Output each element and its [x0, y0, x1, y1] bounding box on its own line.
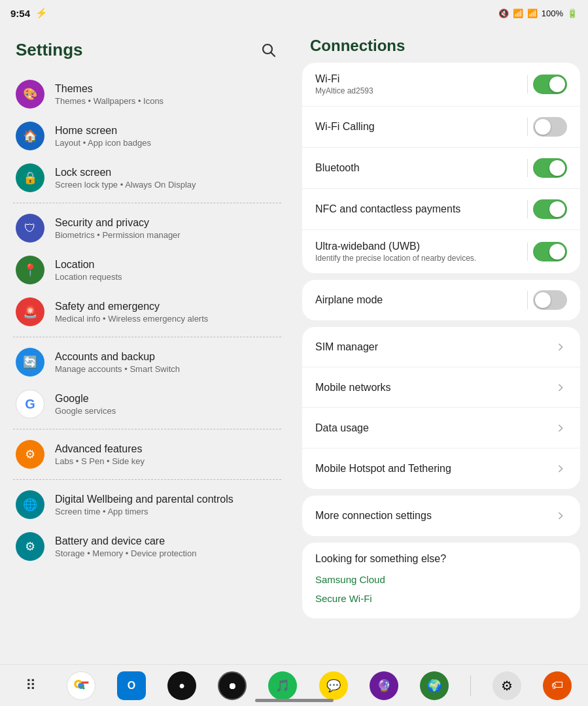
yellow-app-icon[interactable]: 💬 [319, 671, 348, 700]
lock-screen-icon: 🔒 [16, 163, 44, 192]
location-icon: 📍 [16, 256, 44, 284]
hotspot-chevron-icon [554, 462, 567, 475]
wifi-calling-item[interactable]: Wi-Fi Calling [302, 107, 580, 148]
main-layout: Settings 🎨 Themes Themes • Wallpapers • … [0, 26, 588, 664]
uwb-item[interactable]: Ultra-wideband (UWB) Identify the precis… [302, 230, 580, 273]
hotspot-item[interactable]: Mobile Hotspot and Tethering [302, 448, 580, 489]
data-usage-title: Data usage [315, 422, 554, 434]
purple-app-icon[interactable]: 🔮 [370, 671, 398, 700]
left-panel-header: Settings [0, 31, 294, 73]
divider-3 [13, 429, 281, 429]
status-left: 9:54 ⚡ [10, 7, 48, 19]
sidebar-item-home-screen[interactable]: 🏠 Home screen Layout • App icon badges [0, 115, 294, 157]
sidebar-item-advanced[interactable]: ⚙ Advanced features Labs • S Pen • Side … [0, 433, 294, 475]
safety-icon: 🚨 [16, 297, 44, 326]
data-usage-item[interactable]: Data usage [302, 408, 580, 448]
divider-4 [13, 479, 281, 480]
sidebar-item-location[interactable]: 📍 Location Location requests [0, 249, 294, 291]
airplane-title: Airplane mode [315, 294, 527, 306]
uwb-divider-line [527, 243, 528, 261]
settings-shortcut-icon[interactable]: ⚙ [493, 671, 521, 700]
wifi-calling-title: Wi-Fi Calling [315, 121, 527, 133]
badge-app-icon[interactable]: 🏷 [543, 671, 572, 700]
sidebar-item-security[interactable]: 🛡 Security and privacy Biometrics • Perm… [0, 207, 294, 249]
google-subtitle: Google services [55, 406, 281, 416]
uwb-toggle[interactable] [533, 242, 567, 261]
battery-title: Battery and device care [55, 535, 281, 547]
green-sphere-icon[interactable]: 🌍 [420, 671, 449, 700]
safety-title: Safety and emergency [55, 301, 281, 312]
home-indicator [255, 699, 334, 702]
wifi-toggle[interactable] [533, 75, 567, 94]
themes-title: Themes [55, 83, 281, 95]
wifi-item[interactable]: Wi-Fi MyAltice ad2593 [302, 63, 580, 107]
themes-subtitle: Themes • Wallpapers • Icons [55, 96, 281, 106]
nav-divider [470, 675, 471, 696]
bluetooth-item[interactable]: Bluetooth [302, 148, 580, 189]
sim-manager-title: SIM manager [315, 341, 554, 353]
bluetooth-divider-line [527, 159, 528, 177]
google-icon: G [16, 390, 44, 418]
right-panel: Connections Wi-Fi MyAltice ad2593 Wi-Fi … [294, 26, 588, 664]
airplane-toggle[interactable] [533, 290, 567, 310]
wifi-calling-divider-line [527, 118, 528, 136]
signal-icon: 📶 [527, 8, 538, 18]
sidebar-item-digital-wellbeing[interactable]: 🌐 Digital Wellbeing and parental control… [0, 484, 294, 526]
themes-icon: 🎨 [16, 80, 44, 109]
battery-care-icon: ⚙ [16, 532, 44, 561]
home-screen-title: Home screen [55, 125, 281, 137]
safety-subtitle: Medical info • Wireless emergency alerts [55, 314, 281, 324]
hotspot-title: Mobile Hotspot and Tethering [315, 463, 554, 475]
battery-subtitle: Storage • Memory • Device protection [55, 548, 281, 558]
wifi-subtitle: MyAltice ad2593 [315, 86, 527, 95]
accounts-icon: 🔄 [16, 348, 44, 377]
advanced-title: Advanced features [55, 443, 281, 455]
more-connection-item[interactable]: More connection settings [302, 496, 580, 536]
status-bar: 9:54 ⚡ 🔇 📶 📶 100% 🔋 [0, 0, 588, 26]
nfc-toggle[interactable] [533, 199, 567, 219]
airplane-item[interactable]: Airplane mode [302, 280, 580, 320]
sidebar-item-battery[interactable]: ⚙ Battery and device care Storage • Memo… [0, 526, 294, 567]
mobile-networks-chevron-icon [554, 381, 567, 394]
battery-text: 100% [542, 8, 563, 18]
bluetooth-toggle[interactable] [533, 158, 567, 178]
search-button[interactable] [255, 37, 281, 63]
samsung-cloud-link[interactable]: Samsung Cloud [315, 570, 567, 589]
uwb-title: Ultra-wideband (UWB) [315, 241, 527, 252]
security-icon: 🛡 [16, 214, 44, 243]
secure-wifi-link[interactable]: Secure Wi-Fi [315, 589, 567, 608]
sim-chevron-icon [554, 341, 567, 354]
connections-card-1: Wi-Fi MyAltice ad2593 Wi-Fi Calling [302, 63, 580, 273]
advanced-subtitle: Labs • S Pen • Side key [55, 456, 281, 466]
connections-title: Connections [302, 31, 580, 63]
record-app-icon[interactable]: ⏺ [218, 671, 247, 700]
sidebar-item-themes[interactable]: 🎨 Themes Themes • Wallpapers • Icons [0, 73, 294, 115]
digital-wellbeing-title: Digital Wellbeing and parental controls [55, 494, 281, 505]
wifi-calling-toggle[interactable] [533, 117, 567, 137]
divider-1 [13, 203, 281, 203]
mobile-networks-title: Mobile networks [315, 382, 554, 394]
circle-app-icon[interactable]: ● [167, 671, 196, 700]
looking-card: Looking for something else? Samsung Clou… [302, 543, 580, 618]
spotify-icon[interactable]: 🎵 [268, 671, 297, 700]
chrome-icon[interactable] [67, 671, 95, 700]
nfc-item[interactable]: NFC and contactless payments [302, 189, 580, 230]
wifi-status-icon: 📶 [513, 8, 523, 18]
sidebar-item-accounts[interactable]: 🔄 Accounts and backup Manage accounts • … [0, 341, 294, 383]
sidebar-item-safety[interactable]: 🚨 Safety and emergency Medical info • Wi… [0, 291, 294, 333]
app-drawer-button[interactable]: ⠿ [16, 671, 45, 700]
more-connection-chevron-icon [554, 509, 567, 522]
sidebar-item-lock-screen[interactable]: 🔒 Lock screen Screen lock type • Always … [0, 157, 294, 199]
connections-card-2: Airplane mode [302, 280, 580, 320]
data-usage-chevron-icon [554, 422, 567, 435]
outlook-icon[interactable]: O [117, 671, 146, 700]
digital-wellbeing-subtitle: Screen time • App timers [55, 507, 281, 516]
wifi-title: Wi-Fi [315, 73, 527, 85]
airplane-divider-line [527, 291, 528, 309]
sim-manager-item[interactable]: SIM manager [302, 327, 580, 367]
themes-text: Themes Themes • Wallpapers • Icons [55, 83, 281, 106]
sidebar-item-google[interactable]: G Google Google services [0, 383, 294, 425]
accounts-subtitle: Manage accounts • Smart Switch [55, 364, 281, 374]
advanced-icon: ⚙ [16, 440, 44, 469]
mobile-networks-item[interactable]: Mobile networks [302, 367, 580, 408]
